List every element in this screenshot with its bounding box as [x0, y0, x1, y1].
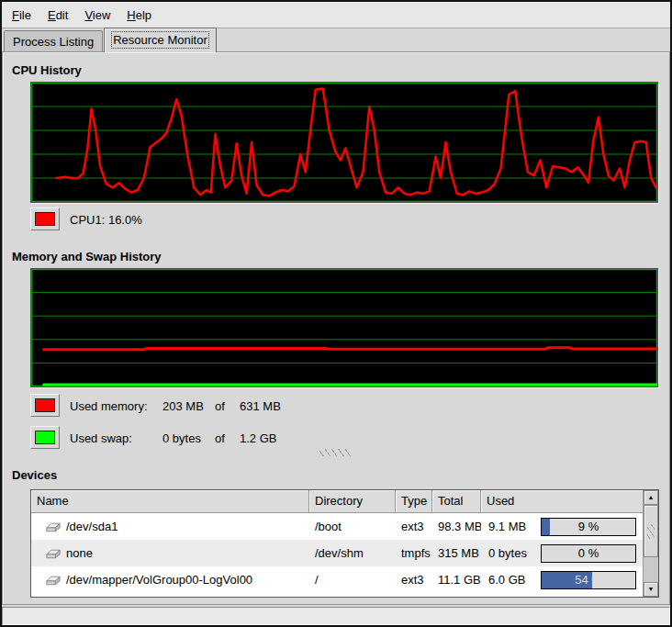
tab-process-listing[interactable]: Process Listing	[4, 30, 103, 52]
usage-percent-label: 54 %	[542, 572, 635, 588]
cpu1-color-swatch-button[interactable]	[30, 207, 60, 230]
cpu-history-title: CPU History	[12, 63, 82, 77]
used-memory-of: of	[215, 399, 240, 413]
device-total: 11.1 GB	[432, 573, 481, 587]
used-memory-value: 203 MB	[162, 399, 215, 413]
device-total: 98.3 MB	[432, 520, 481, 533]
device-directory: /dev/shm	[309, 546, 396, 560]
menu-bar: File Edit View Help	[2, 2, 670, 28]
device-directory: /boot	[309, 520, 396, 533]
menu-help[interactable]: Help	[120, 4, 162, 27]
column-header-total[interactable]: Total	[432, 490, 481, 513]
scrollbar-trough[interactable]	[644, 557, 658, 582]
used-memory-color-fill	[35, 398, 55, 412]
table-empty-area	[31, 593, 643, 597]
system-monitor-window: File Edit View Help Process Listing Reso…	[0, 0, 672, 627]
used-swap-color-fill	[35, 431, 55, 444]
devices-table-header: Name Directory Type Total Used	[31, 490, 643, 513]
device-name: none	[66, 546, 93, 560]
table-row[interactable]: /dev/mapper/VolGroup00-LogVol00 / ext3 1…	[31, 566, 643, 593]
usage-progress-bar: 0 %	[541, 544, 636, 563]
devices-table: Name Directory Type Total Used /dev/sda1…	[30, 489, 659, 598]
scrollbar-thumb[interactable]	[644, 505, 658, 557]
device-directory: /	[309, 573, 396, 587]
devices-title: Devices	[12, 468, 57, 482]
usage-progress-bar: 9 %	[541, 518, 636, 536]
pane-resize-handle[interactable]	[319, 449, 351, 456]
used-swap-label: Used swap:	[70, 431, 162, 445]
used-memory-label: Used memory:	[70, 399, 162, 413]
disk-icon	[44, 521, 62, 533]
column-header-directory[interactable]: Directory	[309, 490, 396, 513]
status-bar	[2, 607, 670, 625]
device-name: /dev/mapper/VolGroup00-LogVol00	[66, 573, 252, 587]
device-type: tmpfs	[396, 546, 432, 560]
tab-resource-monitor[interactable]: Resource Monitor	[104, 28, 217, 52]
tab-strip: Process Listing Resource Monitor	[2, 28, 670, 52]
column-header-used[interactable]: Used	[481, 490, 643, 513]
device-used: 6.0 GB	[488, 573, 525, 587]
disk-icon	[44, 547, 62, 560]
device-total: 315 MB	[432, 546, 481, 560]
scroll-down-icon: ▼	[648, 586, 655, 592]
cpu1-color-fill	[35, 212, 55, 226]
menu-edit[interactable]: Edit	[41, 4, 78, 27]
cpu-history-graph	[30, 82, 658, 203]
device-name: /dev/sda1	[66, 520, 118, 533]
devices-table-main: Name Directory Type Total Used /dev/sda1…	[31, 490, 643, 597]
used-swap-of: of	[215, 431, 240, 445]
memory-swap-history-title: Memory and Swap History	[12, 250, 162, 263]
memory-swap-history-graph	[30, 268, 658, 387]
menu-view[interactable]: View	[78, 4, 120, 27]
column-header-name[interactable]: Name	[31, 490, 309, 513]
table-row[interactable]: /dev/sda1 /boot ext3 98.3 MB 9.1 MB 9 %	[31, 513, 643, 540]
device-used: 0 bytes	[488, 546, 527, 560]
used-swap-legend: Used swap: 0 bytes of 1.2 GB	[70, 431, 276, 445]
memory-total-value: 631 MB	[240, 399, 281, 413]
used-memory-legend: Used memory: 203 MB of 631 MB	[70, 399, 281, 413]
disk-icon	[44, 574, 62, 587]
scroll-up-icon: ▲	[648, 494, 655, 500]
device-type: ext3	[396, 520, 432, 533]
device-type: ext3	[396, 573, 432, 587]
scroll-down-button[interactable]: ▼	[644, 582, 658, 597]
usage-percent-label: 9 %	[542, 519, 635, 535]
usage-percent-label: 0 %	[542, 545, 635, 562]
cpu1-legend-label: CPU1: 16.0%	[70, 213, 142, 227]
used-memory-color-swatch-button[interactable]	[30, 394, 60, 417]
scroll-up-button[interactable]: ▲	[644, 490, 658, 505]
column-header-type[interactable]: Type	[396, 490, 432, 513]
used-swap-color-swatch-button[interactable]	[30, 426, 60, 449]
vertical-scrollbar[interactable]: ▲ ▼	[643, 490, 658, 597]
swap-total-value: 1.2 GB	[240, 431, 276, 445]
device-used: 9.1 MB	[488, 520, 526, 533]
table-row[interactable]: none /dev/shm tmpfs 315 MB 0 bytes 0 %	[31, 540, 643, 566]
usage-progress-bar: 54 %	[541, 571, 636, 589]
menu-file[interactable]: File	[6, 4, 41, 27]
used-swap-value: 0 bytes	[162, 431, 215, 445]
